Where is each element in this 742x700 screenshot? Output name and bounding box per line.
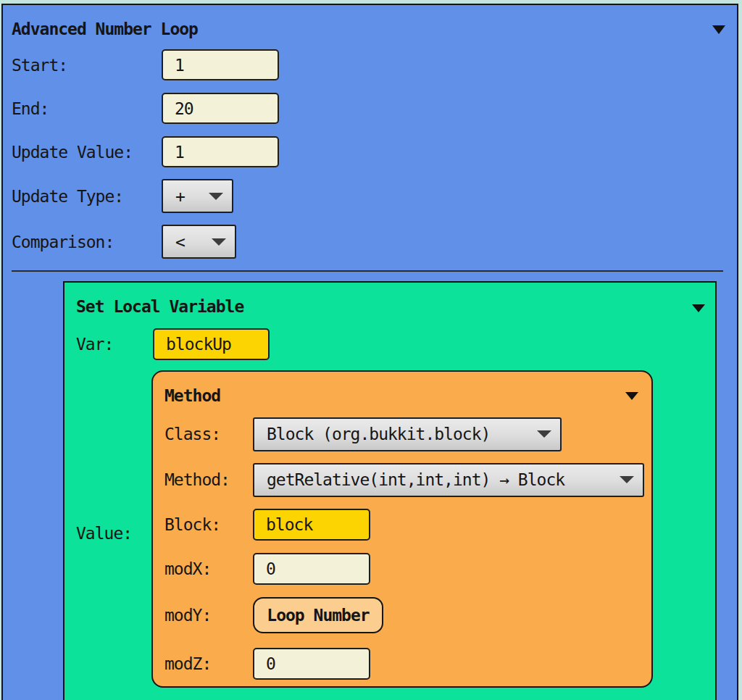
loop-number-value-block[interactable]: Loop Number <box>253 597 383 633</box>
modx-row: modX: 0 <box>164 552 370 586</box>
loop-collapse-caret-icon[interactable] <box>712 25 725 34</box>
modz-label: modZ: <box>164 654 253 673</box>
end-input[interactable]: 20 <box>162 93 279 124</box>
set-local-variable-block: Set Local Variable Var: blockUp Value: M… <box>63 281 717 700</box>
method-block: Method Class: Block (org.bukkit.block) M… <box>151 370 653 688</box>
loop-body-separator <box>12 270 723 272</box>
update-type-selected-value: + <box>175 187 185 206</box>
method-label: Method: <box>164 470 253 489</box>
comparison-selected-value: < <box>175 233 185 251</box>
class-selected-value: Block (org.bukkit.block) <box>267 425 490 443</box>
class-label: Class: <box>164 425 253 443</box>
var-row: Var: blockUp <box>76 328 270 361</box>
comparison-label: Comparison: <box>12 233 162 251</box>
var-label: Var: <box>76 335 153 354</box>
modx-input[interactable]: 0 <box>253 553 370 585</box>
mody-label: modY: <box>164 606 253 625</box>
update-value-label: Update Value: <box>12 143 162 162</box>
mody-row: modY: Loop Number <box>164 596 383 635</box>
update-type-row: Update Type: + <box>12 179 233 213</box>
dropdown-arrow-icon <box>537 430 551 438</box>
dropdown-arrow-icon <box>212 238 226 246</box>
start-input[interactable]: 1 <box>162 49 279 80</box>
method-title: Method <box>164 386 220 405</box>
set-variable-collapse-caret-icon[interactable] <box>692 304 705 312</box>
update-type-select[interactable]: + <box>162 179 233 213</box>
block-var-input[interactable]: block <box>253 509 370 541</box>
dropdown-arrow-icon <box>620 476 634 483</box>
comparison-select[interactable]: < <box>162 225 236 259</box>
dropdown-arrow-icon <box>209 193 223 200</box>
method-select[interactable]: getRelative(int,int,int) → Block <box>253 463 644 497</box>
set-variable-title: Set Local Variable <box>76 297 243 316</box>
value-label: Value: <box>76 524 132 543</box>
modx-label: modX: <box>164 559 253 578</box>
class-select[interactable]: Block (org.bukkit.block) <box>253 417 562 451</box>
method-selected-value: getRelative(int,int,int) → Block <box>267 470 564 489</box>
start-label: Start: <box>12 56 162 75</box>
class-row: Class: Block (org.bukkit.block) <box>164 416 562 452</box>
end-row: End: 20 <box>12 91 279 125</box>
method-row: Method: getRelative(int,int,int) → Block <box>164 462 644 498</box>
comparison-row: Comparison: < <box>12 225 236 259</box>
block-param-row: Block: block <box>164 508 370 541</box>
modz-row: modZ: 0 <box>164 647 370 680</box>
page-background: { "loop_block": { "title": "Advanced Num… <box>0 0 742 700</box>
block-param-label: Block: <box>164 515 253 534</box>
loop-block-title: Advanced Number Loop <box>12 20 198 38</box>
var-input[interactable]: blockUp <box>153 328 270 360</box>
modz-input[interactable]: 0 <box>253 648 370 680</box>
method-collapse-caret-icon[interactable] <box>625 392 638 400</box>
advanced-number-loop-block: Advanced Number Loop Start: 1 End: 20 Up… <box>1 4 738 700</box>
update-type-label: Update Type: <box>12 187 162 206</box>
update-value-row: Update Value: 1 <box>12 135 279 169</box>
end-label: End: <box>12 99 162 118</box>
start-row: Start: 1 <box>12 48 279 82</box>
update-value-input[interactable]: 1 <box>162 136 279 167</box>
